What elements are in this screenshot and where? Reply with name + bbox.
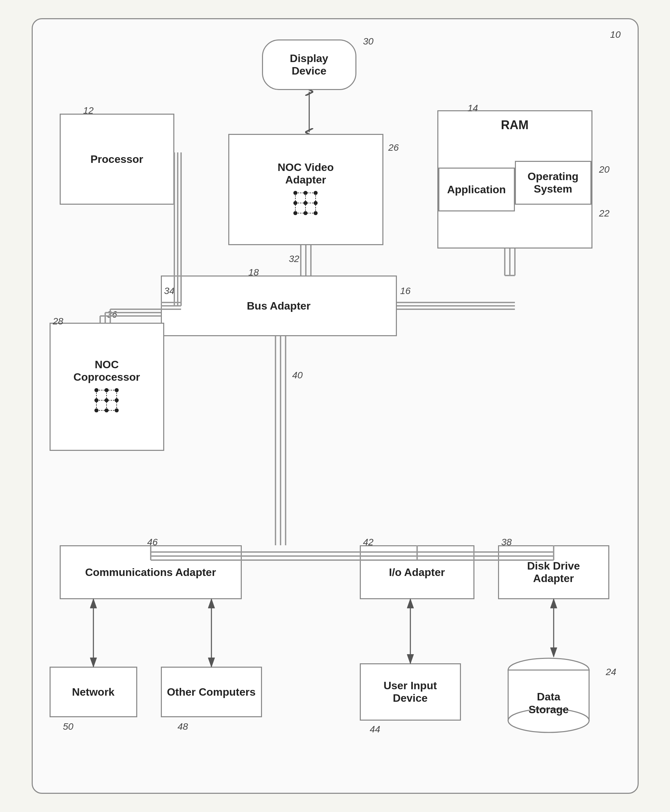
svg-point-24: [115, 388, 119, 392]
svg-point-23: [105, 388, 108, 392]
svg-point-7: [293, 191, 298, 195]
io-adapter-label: I/o Adapter: [389, 566, 445, 579]
noc-coprocessor-grid: [91, 385, 122, 415]
ref-14: 14: [468, 103, 478, 113]
svg-point-15: [314, 211, 318, 215]
svg-point-14: [303, 211, 308, 215]
svg-point-9: [314, 191, 318, 195]
noc-coprocessor-label: NOCCoprocessor: [73, 359, 140, 383]
ref-32: 32: [289, 254, 299, 264]
other-computers-box: Other Computers: [161, 667, 262, 717]
network-box: Network: [49, 667, 137, 717]
svg-text:Storage: Storage: [528, 704, 568, 716]
io-adapter-box: I/o Adapter: [360, 545, 474, 599]
arrow-display-noc: [301, 90, 318, 134]
ref-50: 50: [63, 721, 73, 732]
svg-point-12: [314, 201, 318, 205]
disk-drive-adapter-label: Disk DriveAdapter: [527, 560, 580, 585]
application-box: Application: [438, 167, 515, 211]
other-computers-label: Other Computers: [167, 686, 255, 699]
processor-label: Processor: [90, 153, 143, 166]
svg-point-28: [95, 408, 98, 413]
application-label: Application: [447, 183, 506, 196]
os-label: OperatingSystem: [527, 170, 578, 195]
noc-coprocessor-box: NOCCoprocessor: [49, 323, 164, 451]
svg-point-11: [303, 201, 308, 205]
ram-box: RAM Application OperatingSystem: [437, 110, 592, 249]
ref-18: 18: [249, 267, 259, 278]
svg-point-8: [303, 191, 308, 195]
ref-22: 22: [599, 208, 610, 219]
ref-20: 20: [599, 164, 610, 175]
bus-adapter-label: Bus Adapter: [247, 300, 311, 312]
ref-10: 10: [610, 29, 621, 40]
user-input-device-box: User InputDevice: [360, 663, 461, 721]
svg-point-10: [293, 201, 298, 205]
svg-point-30: [115, 408, 119, 413]
ref-42: 42: [363, 537, 374, 548]
comm-adapter-box: Communications Adapter: [60, 545, 242, 599]
ref-36: 36: [107, 309, 117, 320]
bus-adapter-box: Bus Adapter: [161, 276, 397, 336]
ref-44: 44: [370, 724, 381, 735]
ref-40: 40: [292, 370, 303, 381]
svg-point-29: [105, 408, 108, 413]
ram-label: RAM: [501, 118, 529, 132]
ref-28: 28: [53, 316, 63, 327]
svg-point-22: [95, 388, 98, 392]
ref-46: 46: [147, 537, 158, 548]
ref-26: 26: [388, 142, 399, 153]
svg-point-26: [105, 398, 108, 402]
display-device-box: DisplayDevice: [262, 39, 356, 90]
ref-24: 24: [606, 667, 616, 677]
data-storage-container: Data Storage: [505, 656, 592, 734]
svg-point-27: [115, 398, 119, 402]
processor-box: Processor: [60, 113, 174, 205]
data-storage-svg: Data Storage: [505, 656, 592, 734]
noc-video-label: NOC VideoAdapter: [277, 161, 334, 186]
disk-drive-adapter-box: Disk DriveAdapter: [498, 545, 609, 599]
ref-30: 30: [363, 36, 374, 47]
ref-16: 16: [400, 286, 411, 296]
display-device-label: DisplayDevice: [290, 52, 328, 77]
os-box: OperatingSystem: [515, 161, 591, 205]
ref-38: 38: [501, 537, 512, 548]
user-input-device-label: User InputDevice: [383, 680, 437, 704]
noc-video-adapter-box: NOC VideoAdapter: [228, 134, 383, 245]
svg-point-25: [95, 398, 98, 402]
network-label: Network: [72, 686, 114, 699]
svg-point-13: [293, 211, 298, 215]
noc-video-grid: [290, 188, 321, 218]
ref-48: 48: [178, 721, 188, 732]
ref-12: 12: [83, 105, 94, 116]
ref-34: 34: [164, 286, 175, 296]
svg-text:Data: Data: [537, 690, 560, 703]
comm-adapter-label: Communications Adapter: [85, 566, 216, 579]
architecture-diagram: 10 DisplayDevice 30 NOC VideoAdapter: [32, 18, 639, 794]
